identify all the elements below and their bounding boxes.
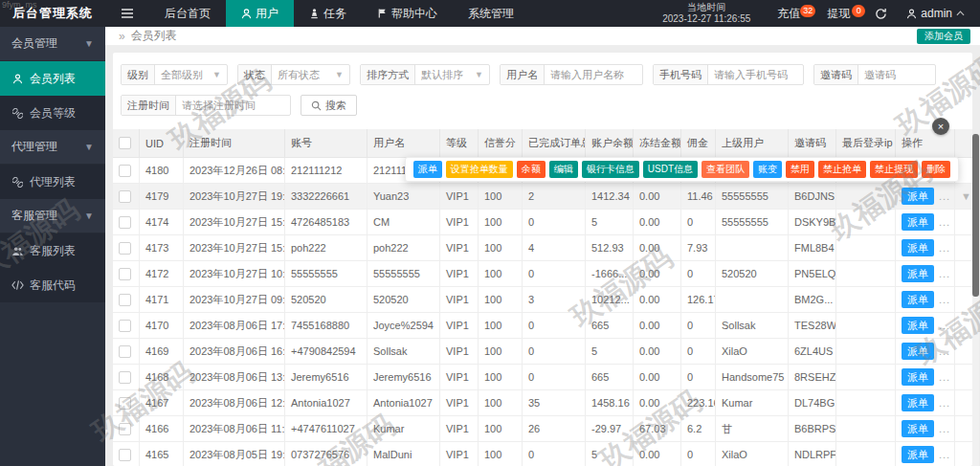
sidebar-item-6[interactable]: 客服列表	[0, 233, 105, 268]
sidebar-group-5[interactable]: 客服管理▼	[0, 199, 105, 233]
row-checkbox[interactable]	[119, 190, 131, 203]
invite-code-filter-input[interactable]: 邀请码	[858, 65, 935, 84]
row-checkbox[interactable]	[119, 320, 131, 332]
dispatch-order-button[interactable]: 派单	[902, 265, 934, 282]
dispatch-order-button[interactable]: 派单	[902, 291, 934, 308]
sort-filter-select[interactable]: 默认排序▼	[415, 65, 489, 84]
toolbar-action-button[interactable]: 编辑	[549, 161, 578, 178]
sidebar-group-3[interactable]: 代理管理▼	[0, 130, 105, 165]
nav-item-system[interactable]: 系统管理	[453, 0, 529, 27]
dispatch-order-button[interactable]: 派单	[902, 343, 934, 360]
toolbar-action-button[interactable]: 删除	[922, 161, 950, 178]
more-actions-button[interactable]: ...	[939, 345, 950, 357]
admin-user-menu[interactable]: admin	[899, 7, 980, 20]
cell-level: VIP1	[440, 390, 479, 415]
more-actions-button[interactable]: ...	[939, 397, 950, 409]
expand-row-chevron-icon[interactable]: ▼	[961, 190, 970, 202]
username-filter-input[interactable]: 请输入用户名称	[545, 65, 642, 84]
more-actions-button[interactable]: ...	[939, 268, 950, 279]
cell-last_ip	[836, 339, 896, 364]
row-checkbox[interactable]	[119, 423, 131, 435]
cell-username: Antonia1027	[368, 390, 440, 415]
row-checkbox[interactable]	[119, 242, 131, 255]
row-checkbox[interactable]	[119, 216, 131, 229]
recharge-button[interactable]: 充值 32	[764, 6, 813, 22]
close-toolbar-button[interactable]: ×	[932, 118, 949, 135]
more-actions-button[interactable]: ...	[939, 294, 950, 305]
sidebar-item-2[interactable]: 会员等级	[0, 96, 105, 130]
toolbar-action-button[interactable]: 查看团队	[702, 161, 749, 178]
nav-item-home[interactable]: 后台首页	[149, 0, 226, 27]
status-filter-select[interactable]: 所有状态▼	[272, 65, 349, 84]
dispatch-order-button[interactable]: 派单	[902, 368, 934, 386]
toolbar-action-button[interactable]: 银行卡信息	[582, 161, 639, 178]
cell-frozen: 0.00	[634, 287, 681, 312]
phone-filter-input[interactable]: 请输入手机号码	[708, 65, 803, 84]
dispatch-order-button[interactable]: 派单	[902, 213, 934, 231]
toolbar-action-button[interactable]: 账变	[753, 161, 782, 178]
person-icon	[11, 74, 24, 84]
sidebar-group-0[interactable]: 会员管理▼	[0, 27, 105, 61]
row-checkbox[interactable]	[119, 371, 131, 384]
row-checkbox[interactable]	[119, 345, 131, 358]
cell-last_ip	[836, 287, 896, 312]
dispatch-order-button[interactable]: 派单	[902, 188, 934, 205]
level-filter-select[interactable]: 全部级别▼	[155, 65, 227, 84]
more-actions-button[interactable]: ...	[939, 216, 950, 228]
toolbar-action-button[interactable]: 余额	[517, 161, 546, 178]
table-row: 41712023年10月27日 09:17:38520520520520VIP1…	[113, 287, 972, 313]
add-member-button[interactable]: 添加会员	[917, 29, 970, 44]
toolbar-action-button[interactable]: 派单	[413, 161, 442, 178]
scrollbar-thumb[interactable]	[972, 134, 979, 297]
chevron-down-icon: ▼	[212, 70, 221, 79]
more-actions-button[interactable]: ...	[939, 190, 950, 202]
dispatch-order-button[interactable]: 派单	[902, 394, 934, 411]
member-list-card: 级别 全部级别▼ 状态 所有状态▼ 排序方式 默认排序▼ 用户名 请输入用户名称	[113, 53, 972, 466]
nav-item-help-center[interactable]: 帮助中心	[362, 0, 453, 27]
cell-credit: 100	[479, 313, 523, 338]
select-all-checkbox[interactable]	[119, 137, 131, 149]
row-actions-cell: 派单...	[896, 339, 955, 364]
cell-credit: 100	[479, 416, 523, 441]
regtime-filter-input[interactable]: 请选择注册时间	[176, 96, 290, 115]
toolbar-action-button[interactable]: 禁止抢单	[818, 161, 866, 178]
search-button[interactable]: 搜索	[301, 95, 357, 116]
cell-invite: 8RSEHZ	[789, 365, 836, 389]
sort-filter[interactable]: 排序方式 默认排序▼	[360, 64, 490, 85]
more-actions-button[interactable]: ...	[939, 320, 950, 331]
row-checkbox[interactable]	[119, 165, 131, 177]
row-checkbox[interactable]	[119, 397, 131, 410]
refresh-button[interactable]	[863, 8, 899, 20]
toolbar-action-button[interactable]: 设置抢单数量	[446, 161, 513, 178]
toolbar-action-button[interactable]: USDT信息	[643, 161, 698, 178]
cell-balance: 665	[586, 365, 634, 389]
cell-parent: Kumar	[716, 390, 789, 415]
nav-item-tasks[interactable]: 任务	[294, 0, 362, 27]
row-checkbox[interactable]	[119, 294, 131, 306]
nav-label: 任务	[323, 6, 346, 22]
dispatch-order-button[interactable]: 派单	[902, 317, 934, 334]
sidebar-item-7[interactable]: 客服代码	[0, 268, 105, 302]
hamburger-menu-icon[interactable]	[105, 0, 149, 27]
more-actions-button[interactable]: ...	[939, 371, 950, 383]
cell-credit: 100	[479, 365, 523, 389]
level-filter[interactable]: 级别 全部级别▼	[121, 64, 228, 85]
dispatch-order-button[interactable]: 派单	[902, 446, 934, 463]
cell-level: VIP1	[440, 313, 479, 338]
dispatch-order-button[interactable]: 派单	[902, 420, 934, 437]
more-actions-button[interactable]: ...	[939, 242, 950, 254]
more-actions-button[interactable]: ...	[939, 423, 950, 434]
cell-balance: 5	[586, 442, 634, 466]
sidebar-item-1[interactable]: 会员列表	[0, 61, 105, 96]
sidebar-item-4[interactable]: 代理列表	[0, 165, 105, 199]
cell-uid: 4169	[140, 339, 184, 364]
more-actions-button[interactable]: ...	[939, 449, 950, 460]
row-checkbox[interactable]	[119, 449, 131, 461]
row-checkbox[interactable]	[119, 268, 131, 280]
dispatch-order-button[interactable]: 派单	[902, 239, 934, 256]
toolbar-action-button[interactable]: 禁用	[786, 161, 814, 178]
withdraw-button[interactable]: 提现 0	[813, 6, 863, 22]
nav-item-users[interactable]: 用户	[226, 0, 294, 27]
toolbar-action-button[interactable]: 禁止提现	[870, 161, 918, 178]
status-filter[interactable]: 状态 所有状态▼	[237, 64, 350, 85]
